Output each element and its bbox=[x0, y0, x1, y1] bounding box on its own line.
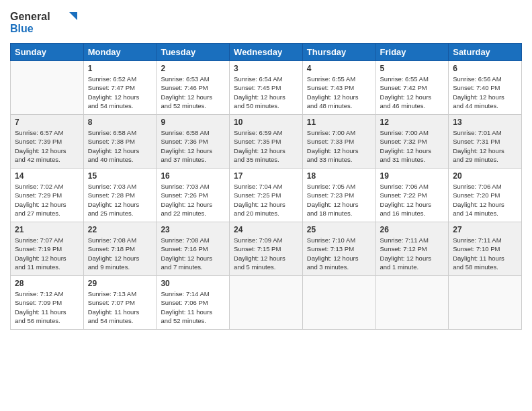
logo-text: General Blue bbox=[10, 7, 84, 38]
day-number: 2 bbox=[161, 64, 225, 73]
day-cell: 22Sunrise: 7:08 AM Sunset: 7:18 PM Dayli… bbox=[83, 222, 157, 276]
day-number: 20 bbox=[453, 171, 517, 181]
day-info: Sunrise: 6:58 AM Sunset: 7:38 PM Dayligh… bbox=[88, 128, 152, 164]
day-number: 13 bbox=[453, 118, 517, 127]
col-header-sunday: Sunday bbox=[11, 44, 84, 61]
day-number: 8 bbox=[88, 118, 152, 127]
svg-text:General: General bbox=[10, 11, 50, 22]
day-number: 9 bbox=[161, 118, 225, 127]
week-row-5: 28Sunrise: 7:12 AM Sunset: 7:09 PM Dayli… bbox=[11, 276, 522, 330]
day-number: 3 bbox=[234, 64, 298, 73]
day-info: Sunrise: 6:55 AM Sunset: 7:43 PM Dayligh… bbox=[307, 75, 371, 110]
day-number: 1 bbox=[88, 64, 152, 73]
day-cell: 21Sunrise: 7:07 AM Sunset: 7:19 PM Dayli… bbox=[11, 222, 84, 276]
day-info: Sunrise: 6:57 AM Sunset: 7:39 PM Dayligh… bbox=[15, 128, 79, 164]
day-info: Sunrise: 7:06 AM Sunset: 7:22 PM Dayligh… bbox=[380, 182, 445, 218]
day-cell: 11Sunrise: 7:00 AM Sunset: 7:33 PM Dayli… bbox=[302, 115, 375, 169]
col-header-friday: Friday bbox=[375, 44, 449, 61]
day-info: Sunrise: 7:01 AM Sunset: 7:31 PM Dayligh… bbox=[453, 128, 517, 164]
calendar-table: SundayMondayTuesdayWednesdayThursdayFrid… bbox=[10, 43, 522, 330]
day-info: Sunrise: 7:00 AM Sunset: 7:32 PM Dayligh… bbox=[380, 128, 445, 164]
day-info: Sunrise: 6:54 AM Sunset: 7:45 PM Dayligh… bbox=[234, 75, 298, 110]
day-cell: 9Sunrise: 6:58 AM Sunset: 7:36 PM Daylig… bbox=[157, 115, 230, 169]
day-info: Sunrise: 7:02 AM Sunset: 7:29 PM Dayligh… bbox=[15, 182, 79, 218]
day-cell: 10Sunrise: 6:59 AM Sunset: 7:35 PM Dayli… bbox=[230, 115, 303, 169]
day-cell: 24Sunrise: 7:09 AM Sunset: 7:15 PM Dayli… bbox=[230, 222, 303, 276]
day-number: 26 bbox=[380, 225, 445, 234]
day-info: Sunrise: 7:12 AM Sunset: 7:09 PM Dayligh… bbox=[15, 289, 79, 325]
day-number: 4 bbox=[307, 64, 371, 73]
day-number: 30 bbox=[161, 279, 225, 288]
day-cell: 7Sunrise: 6:57 AM Sunset: 7:39 PM Daylig… bbox=[11, 115, 84, 169]
day-info: Sunrise: 6:59 AM Sunset: 7:35 PM Dayligh… bbox=[234, 128, 298, 164]
day-info: Sunrise: 7:05 AM Sunset: 7:23 PM Dayligh… bbox=[307, 182, 371, 218]
week-row-2: 7Sunrise: 6:57 AM Sunset: 7:39 PM Daylig… bbox=[11, 115, 522, 169]
day-number: 16 bbox=[161, 171, 225, 181]
day-cell: 5Sunrise: 6:55 AM Sunset: 7:42 PM Daylig… bbox=[375, 61, 449, 115]
day-number: 18 bbox=[307, 171, 371, 181]
day-number: 6 bbox=[453, 64, 517, 73]
col-header-wednesday: Wednesday bbox=[230, 44, 303, 61]
day-info: Sunrise: 6:55 AM Sunset: 7:42 PM Dayligh… bbox=[380, 75, 445, 110]
day-cell: 20Sunrise: 7:06 AM Sunset: 7:20 PM Dayli… bbox=[449, 169, 522, 222]
day-number: 24 bbox=[234, 225, 298, 234]
day-cell: 1Sunrise: 6:52 AM Sunset: 7:47 PM Daylig… bbox=[83, 61, 157, 115]
day-cell: 30Sunrise: 7:14 AM Sunset: 7:06 PM Dayli… bbox=[157, 276, 230, 330]
day-cell: 26Sunrise: 7:11 AM Sunset: 7:12 PM Dayli… bbox=[375, 222, 449, 276]
day-cell: 17Sunrise: 7:04 AM Sunset: 7:25 PM Dayli… bbox=[230, 169, 303, 222]
day-number: 11 bbox=[307, 118, 371, 127]
day-info: Sunrise: 7:04 AM Sunset: 7:25 PM Dayligh… bbox=[234, 182, 298, 218]
day-cell: 6Sunrise: 6:56 AM Sunset: 7:40 PM Daylig… bbox=[449, 61, 522, 115]
day-number: 14 bbox=[15, 171, 79, 181]
day-number: 25 bbox=[307, 225, 371, 234]
day-info: Sunrise: 6:53 AM Sunset: 7:46 PM Dayligh… bbox=[161, 75, 225, 110]
day-info: Sunrise: 7:09 AM Sunset: 7:15 PM Dayligh… bbox=[234, 236, 298, 271]
day-number: 10 bbox=[234, 118, 298, 127]
col-header-tuesday: Tuesday bbox=[157, 44, 230, 61]
day-cell: 19Sunrise: 7:06 AM Sunset: 7:22 PM Dayli… bbox=[375, 169, 449, 222]
day-number: 28 bbox=[15, 279, 79, 288]
day-cell: 12Sunrise: 7:00 AM Sunset: 7:32 PM Dayli… bbox=[375, 115, 449, 169]
day-cell: 28Sunrise: 7:12 AM Sunset: 7:09 PM Dayli… bbox=[11, 276, 84, 330]
svg-marker-1 bbox=[69, 12, 77, 20]
day-number: 17 bbox=[234, 171, 298, 181]
day-info: Sunrise: 7:00 AM Sunset: 7:33 PM Dayligh… bbox=[307, 128, 371, 164]
day-info: Sunrise: 7:08 AM Sunset: 7:16 PM Dayligh… bbox=[161, 236, 225, 271]
day-cell: 25Sunrise: 7:10 AM Sunset: 7:13 PM Dayli… bbox=[302, 222, 375, 276]
day-cell bbox=[11, 61, 84, 115]
day-number: 12 bbox=[380, 118, 445, 127]
day-number: 19 bbox=[380, 171, 445, 181]
day-cell bbox=[375, 276, 449, 330]
day-info: Sunrise: 7:03 AM Sunset: 7:26 PM Dayligh… bbox=[161, 182, 225, 218]
col-header-thursday: Thursday bbox=[302, 44, 375, 61]
week-row-1: 1Sunrise: 6:52 AM Sunset: 7:47 PM Daylig… bbox=[11, 61, 522, 115]
day-number: 29 bbox=[88, 279, 152, 288]
day-cell: 4Sunrise: 6:55 AM Sunset: 7:43 PM Daylig… bbox=[302, 61, 375, 115]
col-header-saturday: Saturday bbox=[449, 44, 522, 61]
day-info: Sunrise: 7:14 AM Sunset: 7:06 PM Dayligh… bbox=[161, 289, 225, 325]
logo: General Blue bbox=[10, 7, 84, 38]
col-header-monday: Monday bbox=[83, 44, 157, 61]
day-cell bbox=[449, 276, 522, 330]
header-row: SundayMondayTuesdayWednesdayThursdayFrid… bbox=[11, 44, 522, 61]
day-info: Sunrise: 7:11 AM Sunset: 7:10 PM Dayligh… bbox=[453, 236, 517, 271]
day-info: Sunrise: 6:56 AM Sunset: 7:40 PM Dayligh… bbox=[453, 75, 517, 110]
day-number: 23 bbox=[161, 225, 225, 234]
day-cell: 13Sunrise: 7:01 AM Sunset: 7:31 PM Dayli… bbox=[449, 115, 522, 169]
day-cell: 16Sunrise: 7:03 AM Sunset: 7:26 PM Dayli… bbox=[157, 169, 230, 222]
day-cell: 29Sunrise: 7:13 AM Sunset: 7:07 PM Dayli… bbox=[83, 276, 157, 330]
day-info: Sunrise: 7:13 AM Sunset: 7:07 PM Dayligh… bbox=[88, 289, 152, 325]
day-cell: 8Sunrise: 6:58 AM Sunset: 7:38 PM Daylig… bbox=[83, 115, 157, 169]
day-info: Sunrise: 7:07 AM Sunset: 7:19 PM Dayligh… bbox=[15, 236, 79, 271]
day-cell: 14Sunrise: 7:02 AM Sunset: 7:29 PM Dayli… bbox=[11, 169, 84, 222]
day-cell: 27Sunrise: 7:11 AM Sunset: 7:10 PM Dayli… bbox=[449, 222, 522, 276]
day-number: 22 bbox=[88, 225, 152, 234]
day-info: Sunrise: 6:52 AM Sunset: 7:47 PM Dayligh… bbox=[88, 75, 152, 110]
day-cell: 15Sunrise: 7:03 AM Sunset: 7:28 PM Dayli… bbox=[83, 169, 157, 222]
day-info: Sunrise: 7:10 AM Sunset: 7:13 PM Dayligh… bbox=[307, 236, 371, 271]
week-row-3: 14Sunrise: 7:02 AM Sunset: 7:29 PM Dayli… bbox=[11, 169, 522, 222]
day-info: Sunrise: 7:03 AM Sunset: 7:28 PM Dayligh… bbox=[88, 182, 152, 218]
day-number: 7 bbox=[15, 118, 79, 127]
day-number: 21 bbox=[15, 225, 79, 234]
day-number: 15 bbox=[88, 171, 152, 181]
